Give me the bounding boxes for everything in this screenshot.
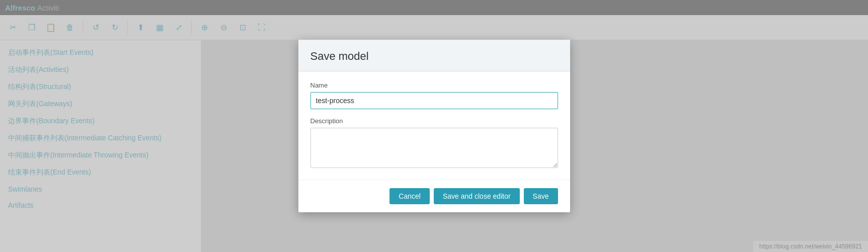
- modal-title: Save model: [310, 50, 558, 63]
- modal-overlay: Save model Name Description Cancel Save …: [0, 0, 868, 252]
- cancel-button[interactable]: Cancel: [389, 188, 430, 204]
- save-button[interactable]: Save: [524, 188, 558, 204]
- modal-header: Save model: [298, 40, 570, 71]
- modal-dialog: Save model Name Description Cancel Save …: [298, 40, 570, 212]
- modal-footer: Cancel Save and close editor Save: [298, 180, 570, 212]
- description-textarea[interactable]: [310, 128, 558, 168]
- description-label: Description: [310, 117, 558, 125]
- name-label: Name: [310, 81, 558, 89]
- modal-body: Name Description: [298, 71, 570, 180]
- name-input[interactable]: [310, 92, 558, 109]
- save-close-button[interactable]: Save and close editor: [434, 188, 520, 204]
